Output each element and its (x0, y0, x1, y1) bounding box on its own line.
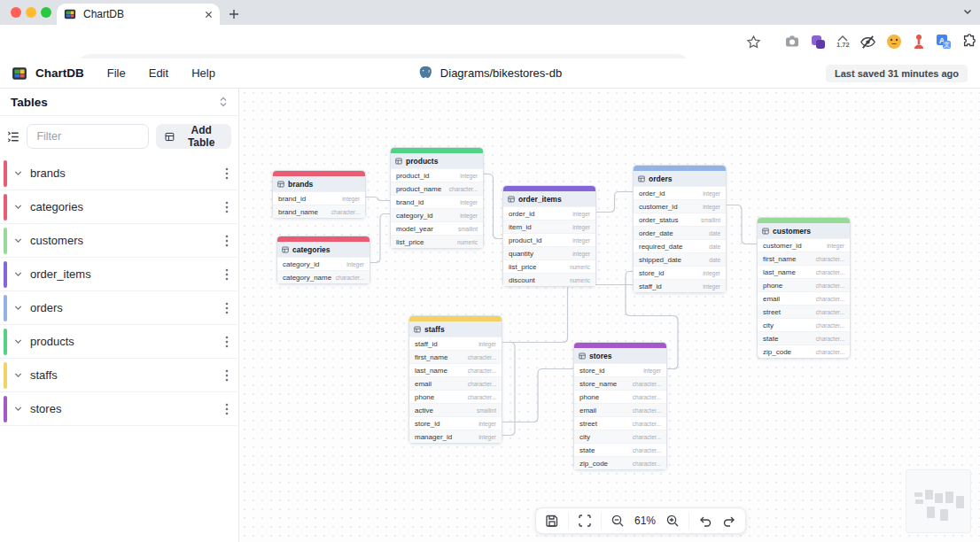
item-menu-kebab-icon[interactable] (225, 302, 229, 314)
field-row-manager_id[interactable]: manager_idinteger (409, 430, 502, 443)
field-row-order_date[interactable]: order_datedate (634, 226, 726, 239)
table-node-orders[interactable]: ordersorder_idintegercustomer_idintegero… (633, 165, 727, 293)
relationship-edge[interactable] (727, 205, 757, 244)
redo-button[interactable] (719, 510, 740, 531)
add-table-button[interactable]: Add Table (156, 124, 231, 149)
menu-help[interactable]: Help (191, 66, 215, 80)
translate-extension-icon[interactable]: A文 (936, 33, 952, 50)
field-row-staff_id[interactable]: staff_idinteger (409, 337, 502, 350)
field-row-zip_code[interactable]: zip_codecharacter... (574, 456, 666, 469)
diagram-canvas[interactable]: brandsbrand_idintegerbrand_namecharacter… (240, 89, 980, 542)
tab-close-icon[interactable] (205, 11, 213, 19)
field-row-customer_id[interactable]: customer_idinteger (634, 199, 726, 213)
field-row-street[interactable]: streetcharacter... (574, 416, 666, 430)
save-button[interactable] (541, 510, 563, 531)
table-node-header[interactable]: brands (273, 176, 365, 191)
field-row-product_name[interactable]: product_namecharacter... (391, 182, 483, 195)
purple-extension-icon[interactable] (810, 33, 827, 50)
mac-minimize-button[interactable] (26, 7, 36, 18)
sidebar-item-customers[interactable]: customers (0, 224, 239, 258)
chevron-down-icon[interactable] (13, 303, 23, 313)
table-node-categories[interactable]: categoriescategory_idintegercategory_nam… (276, 236, 370, 284)
table-node-header[interactable]: orders (634, 171, 726, 186)
field-row-store_name[interactable]: store_namecharacter... (574, 376, 666, 390)
table-node-header[interactable]: stores (574, 348, 666, 363)
field-row-order_status[interactable]: order_statussmallint (634, 213, 726, 226)
field-row-order_id[interactable]: order_idinteger (503, 206, 595, 220)
item-menu-kebab-icon[interactable] (225, 403, 229, 415)
field-row-customer_id[interactable]: customer_idinteger (758, 238, 850, 252)
sidebar-item-order_items[interactable]: order_items (0, 258, 239, 291)
sidebar-item-orders[interactable]: orders (0, 291, 239, 325)
sidebar-item-brands[interactable]: brands (0, 157, 239, 190)
zoom-ratio-extension-icon[interactable]: 1.72 (836, 33, 850, 50)
field-row-phone[interactable]: phonecharacter... (409, 390, 502, 403)
field-row-active[interactable]: activesmallint (409, 403, 502, 416)
smiley-extension-icon[interactable] (886, 33, 902, 50)
table-node-header[interactable]: staffs (409, 321, 502, 337)
table-node-customers[interactable]: customerscustomer_idintegerfirst_namecha… (757, 217, 851, 359)
breadcrumb[interactable]: Diagrams/bikestores-db (418, 66, 562, 81)
minimap[interactable] (906, 469, 971, 533)
relationship-edge[interactable] (484, 174, 502, 239)
field-row-brand_id[interactable]: brand_idinteger (273, 191, 365, 205)
browser-tab[interactable]: ChartDB (57, 4, 220, 25)
item-menu-kebab-icon[interactable] (225, 201, 229, 213)
item-menu-kebab-icon[interactable] (225, 235, 229, 247)
table-node-stores[interactable]: storesstore_idintegerstore_namecharacter… (573, 342, 667, 470)
field-row-category_id[interactable]: category_idinteger (391, 208, 483, 221)
table-node-order_items[interactable]: order_itemsorder_idintegeritem_idinteger… (502, 185, 596, 287)
chevron-down-icon[interactable] (13, 337, 23, 346)
chevron-down-icon[interactable] (13, 269, 23, 279)
field-row-quantity[interactable]: quantityinteger (503, 246, 595, 259)
field-row-product_id[interactable]: product_idinteger (391, 168, 483, 182)
field-row-store_id[interactable]: store_idinteger (634, 266, 726, 279)
chevron-down-icon[interactable] (13, 404, 23, 414)
red-figure-extension-icon[interactable] (912, 33, 926, 50)
screenshot-extension-icon[interactable] (784, 33, 800, 50)
menu-edit[interactable]: Edit (149, 66, 168, 80)
table-node-brands[interactable]: brandsbrand_idintegerbrand_namecharacter… (272, 170, 366, 219)
field-row-email[interactable]: emailcharacter... (758, 291, 850, 305)
field-row-email[interactable]: emailcharacter... (409, 376, 502, 390)
field-row-category_id[interactable]: category_idinteger (277, 257, 369, 270)
zoom-out-button[interactable] (607, 510, 628, 531)
filter-input[interactable] (27, 124, 149, 149)
zoom-level[interactable]: 61% (631, 515, 659, 527)
field-row-city[interactable]: citycharacter... (758, 318, 850, 331)
field-row-list_price[interactable]: list_pricenumeric (391, 235, 483, 248)
table-node-staffs[interactable]: staffsstaff_idintegerfirst_namecharacter… (408, 315, 502, 444)
field-row-phone[interactable]: phonecharacter... (574, 390, 666, 403)
field-row-zip_code[interactable]: zip_codecharacter... (758, 345, 850, 358)
menu-file[interactable]: File (107, 66, 126, 80)
chevron-down-icon[interactable] (13, 236, 23, 245)
table-node-header[interactable]: customers (758, 223, 850, 238)
field-row-phone[interactable]: phonecharacter... (758, 278, 850, 291)
field-row-staff_id[interactable]: staff_idinteger (634, 279, 726, 292)
zoom-in-button[interactable] (662, 510, 683, 531)
chevron-down-icon[interactable] (13, 202, 23, 212)
field-row-category_name[interactable]: category_namecharacter... (277, 270, 369, 283)
undo-button[interactable] (695, 510, 716, 531)
extensions-puzzle-icon[interactable] (961, 33, 977, 50)
item-menu-kebab-icon[interactable] (225, 369, 229, 382)
item-menu-kebab-icon[interactable] (225, 268, 229, 281)
relationship-edge[interactable] (366, 197, 390, 201)
sidebar-item-products[interactable]: products (0, 325, 239, 359)
eye-slash-extension-icon[interactable] (859, 33, 876, 50)
sidebar-item-categories[interactable]: categories (0, 190, 239, 224)
bookmark-star-icon[interactable] (746, 33, 761, 50)
sidebar-item-stores[interactable]: stores (0, 392, 239, 426)
fit-view-button[interactable] (574, 510, 595, 531)
field-row-last_name[interactable]: last_namecharacter... (758, 265, 850, 278)
relationship-edge[interactable] (502, 369, 573, 422)
field-row-order_id[interactable]: order_idinteger (634, 186, 726, 199)
chevron-down-icon[interactable] (13, 370, 23, 380)
tables-sort-icon[interactable] (219, 97, 228, 107)
table-node-header[interactable]: products (391, 153, 483, 168)
field-row-product_id[interactable]: product_idinteger (503, 233, 595, 246)
field-row-store_id[interactable]: store_idinteger (574, 363, 666, 376)
relationship-edge[interactable] (370, 214, 390, 263)
table-node-header[interactable]: order_items (503, 191, 595, 206)
field-row-brand_id[interactable]: brand_idinteger (391, 195, 483, 208)
